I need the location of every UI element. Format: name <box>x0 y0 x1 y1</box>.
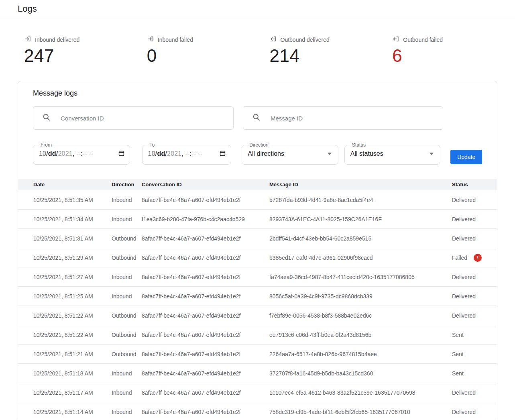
status-text: Delivered <box>452 274 476 280</box>
direction-label: Direction <box>248 143 270 147</box>
conversation-id-cell: f1ea3c69-b280-47fa-976b-c4c2aac4b529 <box>142 216 269 222</box>
message-id-cell: f7ebf89e-0056-4538-b8f3-588b4e02ed6c <box>269 312 452 319</box>
inbound-icon <box>147 35 154 44</box>
direction-cell: Inbound <box>112 389 142 396</box>
message-id-search[interactable] <box>243 106 443 130</box>
date-cell: 10/25/2021, 8:51:18 AM <box>33 370 112 377</box>
table-row: 10/25/2021, 8:51:35 AM Inbound 8afac7ff-… <box>18 190 497 210</box>
message-id-cell: b7287fda-b93d-4d41-9a8e-8ac1cda5f4e4 <box>269 197 452 203</box>
conversation-id-cell: 8afac7ff-be4c-46a7-a607-efd494eb1e2f <box>142 312 269 319</box>
date-cell: 10/25/2021, 8:51:34 AM <box>33 216 112 222</box>
stat-label: Inbound delivered <box>35 37 79 43</box>
table-row: 10/25/2021, 8:51:27 AM Inbound 8afac7ff-… <box>18 267 497 287</box>
date-cell: 10/25/2021, 8:51:25 AM <box>33 293 112 300</box>
date-cell: 10/25/2021, 8:51:31 AM <box>33 235 112 242</box>
header-conversation-id: Conversation ID <box>142 181 269 188</box>
top-bar: Logs <box>0 0 515 18</box>
conversation-id-search[interactable] <box>33 106 234 130</box>
search-icon <box>43 113 51 123</box>
conversation-id-cell: 8afac7ff-be4c-46a7-a607-efd494eb1e2f <box>142 389 269 396</box>
stat-outbound-failed: Outbound failed 6 <box>392 35 515 65</box>
from-date-value[interactable]: 10/dd/2021, --:-- -- <box>39 150 94 157</box>
calendar-icon[interactable] <box>118 150 125 158</box>
status-cell: Sent <box>452 332 497 338</box>
table-header: Date Direction Conversation ID Message I… <box>18 179 497 190</box>
message-id-input[interactable] <box>270 114 436 122</box>
table-row: 10/25/2021, 8:51:22 AM Outbound 8afac7ff… <box>18 306 497 325</box>
message-id-cell: 372707f8-fa16-45d9-b5db-ba43c15cd360 <box>269 370 452 377</box>
status-select[interactable]: Status All statuses <box>344 143 441 165</box>
direction-cell: Outbound <box>112 332 142 338</box>
date-cell: 10/25/2021, 8:51:17 AM <box>33 389 112 396</box>
direction-cell: Inbound <box>112 216 142 222</box>
to-date-field[interactable]: To 10/dd/2021, --:-- -- <box>142 143 232 165</box>
direction-select[interactable]: Direction All directions <box>242 143 338 165</box>
header-direction: Direction <box>112 181 142 188</box>
direction-cell: Inbound <box>112 370 142 377</box>
outbound-icon <box>392 35 399 44</box>
search-row <box>33 106 482 130</box>
stat-inbound-delivered: Inbound delivered 247 <box>24 35 147 65</box>
status-cell: Delivered <box>452 274 497 280</box>
message-logs-card: Message logs From 10/dd/2021, --:-- -- <box>18 81 497 420</box>
status-text: Sent <box>452 370 464 377</box>
status-text: Delivered <box>452 293 476 300</box>
stat-label: Inbound failed <box>158 37 193 43</box>
status-cell: Sent <box>452 351 497 357</box>
table-row: 10/25/2021, 8:51:14 AM Inbound 8afac7ff-… <box>18 402 497 420</box>
direction-cell: Outbound <box>112 255 142 261</box>
header-date: Date <box>33 181 112 188</box>
status-cell: Delivered <box>452 409 497 415</box>
message-id-cell: 2264aa7a-6517-4e8b-826b-9674815b4aee <box>269 351 452 357</box>
table-row: 10/25/2021, 8:51:34 AM Inbound f1ea3c69-… <box>18 210 497 229</box>
status-cell: Sent <box>452 370 497 377</box>
error-icon: ! <box>474 254 482 262</box>
status-cell: Failed ! <box>452 254 497 262</box>
status-text: Delivered <box>452 216 476 222</box>
update-button[interactable]: Update <box>450 150 482 164</box>
status-cell: Delivered <box>452 293 497 300</box>
from-date-field[interactable]: From 10/dd/2021, --:-- -- <box>33 143 130 165</box>
table-row: 10/25/2021, 8:51:31 AM Outbound 8afac7ff… <box>18 229 497 248</box>
from-label: From <box>39 143 53 147</box>
inbound-icon <box>24 35 31 44</box>
message-id-cell: fa74aea9-36cd-4987-8b47-411cecfd420c-163… <box>269 274 452 280</box>
page-title: Logs <box>18 4 37 14</box>
filter-row: From 10/dd/2021, --:-- -- To 10/dd/2021,… <box>33 143 482 165</box>
direction-value: All directions <box>248 150 284 157</box>
conversation-id-input[interactable] <box>60 114 227 122</box>
date-cell: 10/25/2021, 8:51:22 AM <box>33 332 112 338</box>
table-row: 10/25/2021, 8:51:18 AM Inbound 8afac7ff-… <box>18 364 497 383</box>
status-cell: Delivered <box>452 389 497 396</box>
message-id-cell: 8293743A-61EC-4A11-8025-159C26A1E16F <box>269 216 452 222</box>
calendar-icon[interactable] <box>219 150 226 158</box>
to-date-value[interactable]: 10/dd/2021, --:-- -- <box>148 150 203 157</box>
direction-cell: Inbound <box>112 274 142 280</box>
stat-value: 0 <box>147 46 270 65</box>
conversation-id-cell: 8afac7ff-be4c-46a7-a607-efd494eb1e2f <box>142 370 269 377</box>
status-value: All statuses <box>350 150 383 157</box>
conversation-id-cell: 8afac7ff-be4c-46a7-a607-efd494eb1e2f <box>142 409 269 415</box>
stat-outbound-delivered: Outbound delivered 214 <box>270 35 393 65</box>
stat-label: Outbound failed <box>403 37 443 43</box>
table-row: 10/25/2021, 8:51:17 AM Inbound 8afac7ff-… <box>18 383 497 402</box>
status-text: Delivered <box>452 409 476 415</box>
chevron-down-icon <box>430 153 434 155</box>
direction-cell: Outbound <box>112 351 142 357</box>
status-text: Delivered <box>452 312 476 319</box>
message-id-cell: 1c107ec4-ef5a-4612-b463-83a2f521c59e-163… <box>269 389 452 396</box>
conversation-id-cell: 8afac7ff-be4c-46a7-a607-efd494eb1e2f <box>142 255 269 261</box>
stat-label: Outbound delivered <box>281 37 330 43</box>
table-row: 10/25/2021, 8:51:29 AM Outbound 8afac7ff… <box>18 248 497 267</box>
direction-cell: Outbound <box>112 312 142 319</box>
date-cell: 10/25/2021, 8:51:29 AM <box>33 255 112 261</box>
stats-row: Inbound delivered 247 Inbound failed 0 O… <box>0 18 515 65</box>
header-status: Status <box>452 181 497 188</box>
status-text: Sent <box>452 332 464 338</box>
status-text: Sent <box>452 351 464 357</box>
conversation-id-cell: 8afac7ff-be4c-46a7-a607-efd494eb1e2f <box>142 274 269 280</box>
search-icon <box>252 113 261 123</box>
to-label: To <box>148 143 157 147</box>
status-text: Delivered <box>452 235 476 242</box>
direction-cell: Inbound <box>112 293 142 300</box>
